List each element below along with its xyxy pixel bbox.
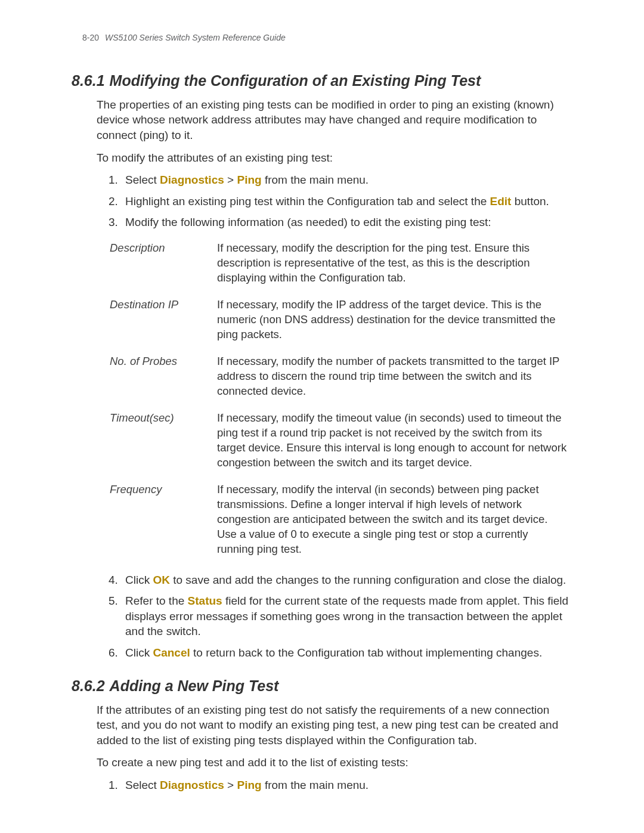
def-no-of-probes: If necessary, modify the number of packe… [217,349,572,406]
step-text: Highlight an existing ping test within t… [125,194,572,209]
lead-paragraph: To modify the attributes of an existing … [97,150,572,166]
step-number: 4. [109,572,125,588]
term-frequency: Frequency [110,478,217,564]
def-frequency: If necessary, modify the interval (in se… [217,478,572,564]
definition-table-wrap: Description If necessary, modify the des… [110,236,572,563]
steps-list-861-b: 4. Click OK to save and add the changes … [109,572,572,661]
document-page: 8-20 WS5100 Series Switch System Referen… [0,0,644,833]
table-row: Frequency If necessary, modify the inter… [110,478,572,564]
section-862-body: If the attributes of an existing ping te… [97,702,572,793]
step-text: Click Cancel to return back to the Confi… [125,645,572,661]
step-number: 6. [109,645,125,661]
running-header: 8-20 WS5100 Series Switch System Referen… [72,32,572,44]
section-number: 8.6.2 [72,676,105,696]
table-row: Description If necessary, modify the des… [110,236,572,293]
def-description: If necessary, modify the description for… [217,236,572,293]
section-title: Adding a New Ping Test [110,676,279,696]
step-text: Modify the following information (as nee… [125,215,572,230]
section-heading-862: 8.6.2 Adding a New Ping Test [72,676,572,696]
step-text: Refer to the Status field for the curren… [125,593,572,639]
term-no-of-probes: No. of Probes [110,349,217,406]
step-1: 1. Select Diagnostics > Ping from the ma… [109,172,572,188]
step-text: Select Diagnostics > Ping from the main … [125,778,572,793]
intro-paragraph: The properties of an existing ping tests… [97,97,572,143]
step-5: 5. Refer to the Status field for the cur… [109,593,572,639]
lead-paragraph: To create a new ping test and add it to … [97,755,572,770]
cancel-button-label: Cancel [153,646,190,659]
def-timeout: If necessary, modify the timeout value (… [217,406,572,478]
steps-list-862: 1. Select Diagnostics > Ping from the ma… [109,778,572,793]
menu-diagnostics-label: Diagnostics [160,174,224,186]
menu-diagnostics-label: Diagnostics [160,779,224,791]
step-number: 2. [109,194,125,209]
step-6: 6. Click Cancel to return back to the Co… [109,645,572,661]
section-title: Modifying the Configuration of an Existi… [110,71,481,91]
steps-list-861-a: 1. Select Diagnostics > Ping from the ma… [109,172,572,230]
menu-ping-label: Ping [237,779,261,791]
table-row: Timeout(sec) If necessary, modify the ti… [110,406,572,478]
table-row: Destination IP If necessary, modify the … [110,293,572,349]
ok-button-label: OK [153,574,170,586]
section-861-body: The properties of an existing ping tests… [97,97,572,661]
step-4: 4. Click OK to save and add the changes … [109,572,572,588]
section-heading-861: 8.6.1 Modifying the Configuration of an … [72,71,572,91]
step-number: 1. [109,172,125,188]
def-destination-ip: If necessary, modify the IP address of t… [217,293,572,349]
step-text: Select Diagnostics > Ping from the main … [125,172,572,188]
step-number: 5. [109,593,125,609]
table-row: No. of Probes If necessary, modify the n… [110,349,572,406]
field-definition-table: Description If necessary, modify the des… [110,236,572,563]
step-number: 1. [109,778,125,793]
term-description: Description [110,236,217,293]
section-number: 8.6.1 [72,71,105,91]
step-text: Click OK to save and add the changes to … [125,572,572,588]
step-3: 3. Modify the following information (as … [109,215,572,230]
page-number: 8-20 [82,32,99,44]
step-number: 3. [109,215,125,230]
status-field-label: Status [188,594,222,607]
step-1: 1. Select Diagnostics > Ping from the ma… [109,778,572,793]
term-destination-ip: Destination IP [110,293,217,349]
term-timeout: Timeout(sec) [110,406,217,478]
intro-paragraph: If the attributes of an existing ping te… [97,702,572,748]
edit-button-label: Edit [490,195,512,208]
book-title: WS5100 Series Switch System Reference Gu… [105,32,286,44]
step-2: 2. Highlight an existing ping test withi… [109,194,572,209]
menu-ping-label: Ping [237,174,261,186]
